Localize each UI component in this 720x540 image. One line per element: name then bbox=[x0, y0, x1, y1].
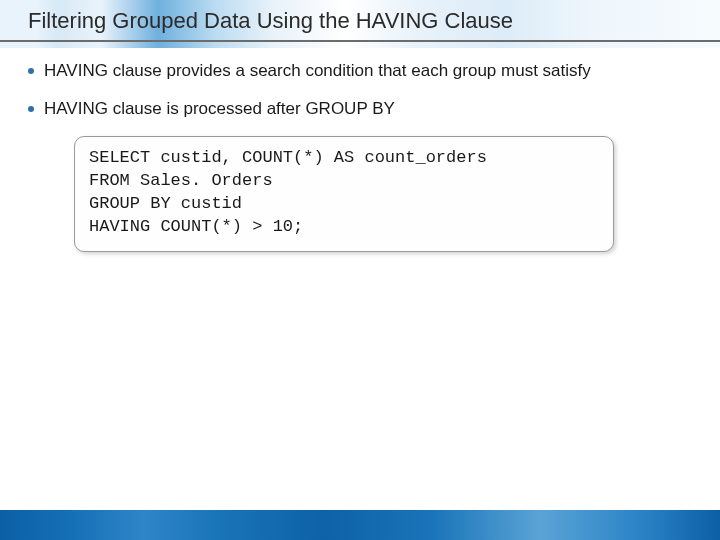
slide-title: Filtering Grouped Data Using the HAVING … bbox=[28, 8, 700, 34]
slide-content: HAVING clause provides a search conditio… bbox=[28, 60, 690, 252]
code-block: SELECT custid, COUNT(*) AS count_orders … bbox=[74, 136, 614, 252]
bullet-text: HAVING clause provides a search conditio… bbox=[44, 61, 591, 80]
bullet-item: HAVING clause provides a search conditio… bbox=[28, 60, 690, 82]
bullet-text: HAVING clause is processed after GROUP B… bbox=[44, 99, 395, 118]
footer-band bbox=[0, 510, 720, 540]
bullet-item: HAVING clause is processed after GROUP B… bbox=[28, 98, 690, 120]
title-underline bbox=[0, 40, 720, 42]
